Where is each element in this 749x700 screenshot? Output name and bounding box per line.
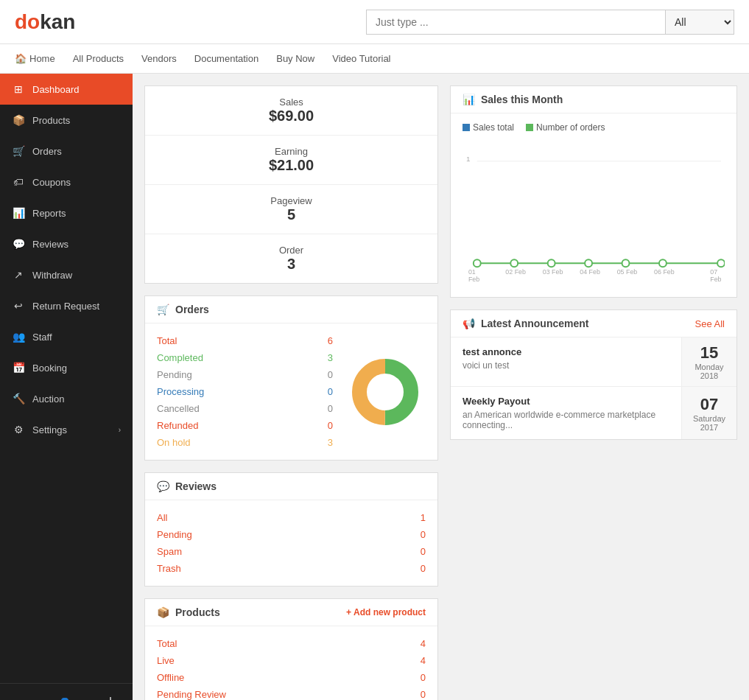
see-all-button[interactable]: See All <box>695 318 725 329</box>
search-input[interactable] <box>366 10 665 35</box>
legend-green-dot <box>526 124 533 131</box>
stat-pageview: Pageview 5 <box>145 185 437 234</box>
topnav-home[interactable]: 🏠 Home <box>15 53 55 64</box>
review-label-trash[interactable]: Trash <box>157 563 181 574</box>
sidebar-item-reviews[interactable]: 💬 Reviews <box>0 228 133 259</box>
svg-point-6 <box>474 259 481 267</box>
svg-point-2 <box>368 374 403 410</box>
sales-chart-title: Sales this Month <box>481 94 563 105</box>
announcement-header: 📢 Latest Announcement See All <box>451 310 736 337</box>
order-row-cancelled: Cancelled 0 <box>157 400 333 417</box>
review-label-pending[interactable]: Pending <box>157 529 192 540</box>
review-row-pending: Pending 0 <box>157 526 426 543</box>
sidebar-item-booking[interactable]: 📅 Booking <box>0 352 133 383</box>
svg-point-9 <box>585 259 592 267</box>
topnav-vendors[interactable]: Vendors <box>141 53 177 64</box>
order-row-onhold: On hold 3 <box>157 434 333 451</box>
sidebar-item-return-request[interactable]: ↩ Return Request <box>0 290 133 321</box>
announcement-date-2: 07 Saturday 2017 <box>681 387 736 439</box>
product-label-pending-review[interactable]: Pending Review <box>157 689 226 700</box>
legend-blue-dot <box>463 124 470 131</box>
sales-value: $69.00 <box>160 108 423 125</box>
reviews-title: Reviews <box>175 480 217 492</box>
header: dokan All Products Orders <box>0 0 749 44</box>
orders-list: Total 6 Completed 3 Pending 0 Processi <box>157 332 333 451</box>
order-label-total[interactable]: Total <box>157 335 177 346</box>
announcement-year-1: 2018 <box>700 371 718 380</box>
stat-order: Order 3 <box>145 234 437 283</box>
add-product-button[interactable]: + Add new product <box>346 607 426 617</box>
order-label-onhold[interactable]: On hold <box>157 437 191 448</box>
orders-icon: 🛒 <box>12 144 25 158</box>
order-row-completed: Completed 3 <box>157 349 333 366</box>
order-row-pending: Pending 0 <box>157 366 333 383</box>
sidebar-label-withdraw: Withdraw <box>32 270 121 281</box>
search-select[interactable]: All Products Orders <box>665 10 734 35</box>
sales-chart-header: 📊 Sales this Month <box>451 86 736 113</box>
topnav-documentation[interactable]: Documentation <box>194 53 259 64</box>
earning-value: $21.00 <box>160 157 423 174</box>
power-icon[interactable]: ⏻ <box>100 693 121 700</box>
sales-label: Sales <box>160 97 423 108</box>
svg-text:07: 07 <box>710 268 717 276</box>
settings-icon: ⚙ <box>12 423 25 436</box>
svg-text:06 Feb: 06 Feb <box>654 268 675 276</box>
sidebar-item-withdraw[interactable]: ↗ Withdraw <box>0 259 133 290</box>
sidebar-item-coupons[interactable]: 🏷 Coupons <box>0 167 133 197</box>
sidebar-bottom: ↗ 👤 ⏻ <box>0 683 133 700</box>
product-row-live: Live 4 <box>157 652 426 669</box>
external-link-icon[interactable]: ↗ <box>12 693 30 700</box>
sales-chart-card: 📊 Sales this Month Sales total Number of… <box>450 85 737 298</box>
chart-legend: Sales total Number of orders <box>463 122 725 133</box>
svg-text:05 Feb: 05 Feb <box>617 268 638 276</box>
topnav-video-tutorial[interactable]: Video Tutorial <box>332 53 390 64</box>
product-row-pending-review: Pending Review 0 <box>157 686 426 700</box>
order-label-cancelled[interactable]: Cancelled <box>157 403 200 414</box>
sidebar-label-settings: Settings <box>32 424 67 435</box>
svg-point-10 <box>622 259 630 267</box>
announcement-desc-2: an American worldwide e-commerce marketp… <box>463 410 669 430</box>
review-label-spam[interactable]: Spam <box>157 546 182 557</box>
user-icon[interactable]: 👤 <box>53 693 77 700</box>
announcement-content-1: test annonce voici un test <box>451 337 681 386</box>
sidebar-item-staff[interactable]: 👥 Staff <box>0 321 133 352</box>
sidebar-item-products[interactable]: 📦 Products <box>0 105 133 136</box>
sidebar-label-booking: Booking <box>32 363 121 374</box>
product-label-total[interactable]: Total <box>157 638 177 649</box>
product-label-offline[interactable]: Offline <box>157 672 184 683</box>
home-icon: 🏠 <box>15 53 27 64</box>
sidebar-item-settings[interactable]: ⚙ Settings › <box>0 414 133 445</box>
review-row-spam: Spam 0 <box>157 543 426 560</box>
settings-arrow-icon: › <box>119 426 121 434</box>
svg-text:Feb: Feb <box>710 276 721 283</box>
reviews-chat-icon: 💬 <box>157 480 169 492</box>
sidebar-label-coupons: Coupons <box>32 177 121 188</box>
sidebar-item-auction[interactable]: 🔨 Auction <box>0 383 133 414</box>
sidebar-label-return: Return Request <box>32 301 121 312</box>
stat-sales: Sales $69.00 <box>145 86 437 136</box>
order-label-processing[interactable]: Processing <box>157 386 204 397</box>
order-label: Order <box>160 245 423 256</box>
product-label-live[interactable]: Live <box>157 655 175 666</box>
legend-num-orders: Number of orders <box>526 122 605 133</box>
sidebar-item-reports[interactable]: 📊 Reports <box>0 197 133 228</box>
review-label-all[interactable]: All <box>157 512 167 523</box>
review-count-pending: 0 <box>421 529 426 540</box>
sidebar-label-staff: Staff <box>32 332 121 343</box>
order-label-pending[interactable]: Pending <box>157 369 192 380</box>
sidebar-item-orders[interactable]: 🛒 Orders <box>0 136 133 167</box>
order-label-refunded[interactable]: Refunded <box>157 420 198 431</box>
logo-accent: do <box>15 10 40 33</box>
topnav-buy-now[interactable]: Buy Now <box>276 53 314 64</box>
topnav-all-products[interactable]: All Products <box>73 53 124 64</box>
announcement-header-left: 📢 Latest Announcement <box>463 318 589 329</box>
chart-bar-icon: 📊 <box>463 94 475 105</box>
announcement-content-2: Weekly Payout an American worldwide e-co… <box>451 387 681 439</box>
svg-point-12 <box>717 259 725 267</box>
reviews-card: 💬 Reviews All 1 Pending 0 Spam 0 <box>144 472 438 587</box>
sidebar-item-dashboard[interactable]: ⊞ Dashboard <box>0 74 133 105</box>
reviews-icon: 💬 <box>12 237 25 251</box>
order-label-completed[interactable]: Completed <box>157 352 203 363</box>
announcement-weekday-1: Monday <box>695 363 723 371</box>
sales-line-chart: 1 01 <box>463 139 725 286</box>
